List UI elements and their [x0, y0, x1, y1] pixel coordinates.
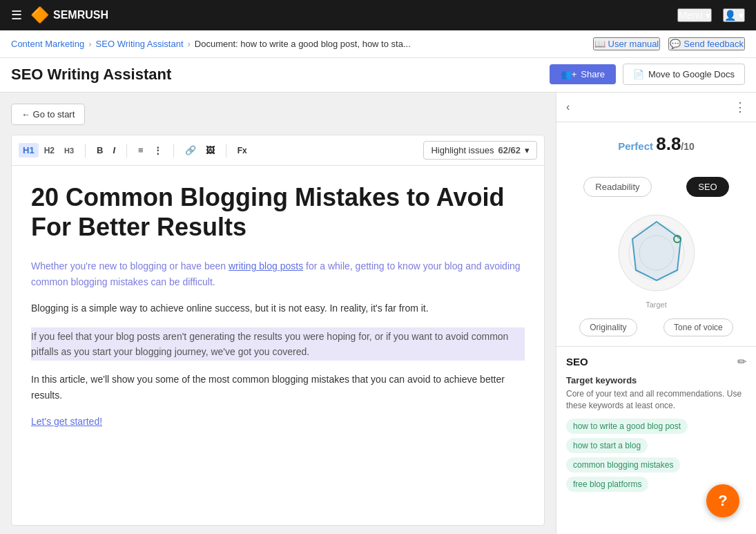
seo-section: SEO ✏ Target keywords Core of your text … [556, 346, 756, 500]
editor-content[interactable]: 20 Common Blogging Mistakes to Avoid For… [12, 166, 544, 457]
page-title-actions: 👥+ Share 📄 Move to Google Docs [550, 64, 745, 85]
breadcrumb-content-marketing[interactable]: Content Marketing [11, 39, 84, 49]
score-value: 8.8 [656, 133, 681, 154]
share-button[interactable]: 👥+ Share [550, 64, 616, 84]
insert-toolbar-group: 🔗 🖼 [181, 143, 219, 158]
target-label: Target [556, 301, 756, 309]
breadcrumb: Content Marketing › SEO Writing Assistan… [11, 39, 411, 49]
breadcrumb-sep-2: › [188, 39, 191, 49]
tab-readability[interactable]: Readability [583, 177, 651, 197]
sub-header: Content Marketing › SEO Writing Assistan… [0, 30, 756, 58]
radar-svg [612, 208, 701, 298]
edit-icon[interactable]: ✏ [737, 355, 746, 368]
hamburger-icon[interactable]: ☰ [11, 8, 22, 23]
image-button[interactable]: 🖼 [202, 143, 219, 158]
seo-section-header: SEO ✏ [566, 355, 746, 368]
bottom-tabs-row: Originality Tone of voice [556, 314, 756, 341]
google-docs-icon: 📄 [633, 69, 644, 79]
clear-format-icon: Fx [238, 146, 247, 155]
paragraph-3: If you feel that your blog posts aren't … [31, 327, 525, 361]
format-toolbar-group: B I [93, 143, 119, 158]
paragraph-1: Whether you're new to blogging or have b… [31, 258, 525, 289]
tab-tone-of-voice[interactable]: Tone of voice [663, 318, 733, 336]
target-keywords-desc: Core of your text and all recommendation… [566, 388, 746, 412]
paragraph-5: Let's get started! [31, 414, 525, 429]
feedback-icon: 💬 [670, 39, 681, 49]
dropdown-chevron-icon: ▾ [525, 145, 530, 155]
toolbar-separator-3 [173, 144, 174, 158]
keyword-tags: how to write a good blog post how to sta… [566, 419, 746, 492]
breadcrumb-sep-1: › [88, 39, 91, 49]
keyword-tag-2: common blogging mistakes [566, 457, 680, 473]
link-button[interactable]: 🔗 [181, 143, 200, 158]
toolbar-separator-4 [226, 144, 226, 158]
editor-toolbar: H1 H2 H3 B I ≡ ⋮ [12, 135, 544, 166]
move-to-google-docs-button[interactable]: 📄 Move to Google Docs [623, 64, 745, 85]
highlight-issues-dropdown[interactable]: Highlight issues 62/62 ▾ [423, 141, 537, 160]
unordered-list-button[interactable]: ⋮ [149, 143, 166, 158]
paragraph-4: In this article, we'll show you some of … [31, 372, 525, 403]
keyword-tag-1: how to start a blog [566, 438, 648, 453]
sub-header-actions: 📖 User manual 💬 Send feedback [593, 37, 745, 50]
semrush-logo: 🔶 SEMRUSH [30, 6, 108, 24]
ordered-list-button[interactable]: ≡ [134, 143, 148, 158]
help-button[interactable]: ? [706, 484, 739, 517]
breadcrumb-document: Document: how to write a good blog post,… [195, 39, 411, 49]
h3-button[interactable]: H3 [60, 144, 78, 157]
toolbar-separator-1 [85, 144, 86, 158]
collapse-panel-button[interactable]: ‹ [566, 101, 570, 113]
tab-seo[interactable]: SEO [686, 177, 728, 197]
go-to-start-button[interactable]: ← Go to start [11, 104, 85, 125]
seo-section-title: SEO [566, 356, 588, 368]
italic-button[interactable]: I [108, 143, 119, 158]
book-icon: 📖 [594, 39, 605, 49]
radar-chart-area [556, 202, 756, 301]
semrush-wordmark: SEMRUSH [53, 9, 108, 21]
right-panel: ‹ ⋮ Perfect 8.8/10 Readability SEO [556, 93, 756, 534]
editor-container: H1 H2 H3 B I ≡ ⋮ [11, 135, 545, 526]
h2-button[interactable]: H2 [40, 144, 59, 158]
score-prefix: Perfect [618, 140, 656, 152]
keyword-tag-3: free blog platforms [566, 477, 648, 492]
score-denom: /10 [681, 141, 694, 152]
share-icon: 👥+ [561, 69, 577, 79]
left-panel: ← Go to start H1 H2 H3 B I ≡ [0, 93, 556, 534]
lets-get-started-link[interactable]: Let's get started! [31, 416, 102, 427]
link-icon: 🔗 [185, 145, 196, 155]
page-title: SEO Writing Assistant [11, 66, 171, 84]
tab-originality[interactable]: Originality [579, 318, 637, 336]
clear-format-button[interactable]: Fx [233, 143, 251, 158]
menu-button[interactable]: Menu ▾ [677, 8, 712, 22]
unordered-list-icon: ⋮ [153, 145, 162, 155]
keyword-tag-0: how to write a good blog post [566, 419, 688, 434]
semrush-flame-icon: 🔶 [30, 6, 49, 24]
heading-toolbar-group: H1 H2 H3 [19, 143, 78, 158]
menu-chevron-icon: ▾ [706, 10, 710, 21]
toolbar-separator-2 [126, 144, 127, 158]
user-chevron-icon: ▾ [739, 10, 744, 21]
right-panel-header: ‹ ⋮ [556, 93, 756, 122]
top-nav: ☰ 🔶 SEMRUSH Menu ▾ 👤 ▾ [0, 0, 756, 30]
score-section: Perfect 8.8/10 [556, 122, 756, 171]
paragraph-2: Blogging is a simple way to achieve onli… [31, 301, 525, 316]
target-keywords-label: Target keywords [566, 375, 746, 385]
h1-button[interactable]: H1 [19, 143, 39, 158]
panel-menu-button[interactable]: ⋮ [734, 99, 746, 115]
ordered-list-icon: ≡ [138, 145, 144, 155]
send-feedback-button[interactable]: 💬 Send feedback [668, 37, 745, 50]
score-tabs-row: Readability SEO [556, 171, 756, 202]
article-title: 20 Common Blogging Mistakes to Avoid For… [31, 182, 525, 242]
main-area: ← Go to start H1 H2 H3 B I ≡ [0, 93, 756, 534]
bold-button[interactable]: B [93, 143, 107, 158]
breadcrumb-swa[interactable]: SEO Writing Assistant [96, 39, 184, 49]
writing-blog-posts-link[interactable]: writing blog posts [229, 260, 303, 271]
user-icon: 👤 [724, 10, 736, 21]
radar-chart [612, 208, 701, 298]
user-manual-button[interactable]: 📖 User manual [593, 37, 661, 50]
page-title-row: SEO Writing Assistant 👥+ Share 📄 Move to… [0, 58, 756, 93]
list-toolbar-group: ≡ ⋮ [134, 143, 166, 158]
image-icon: 🖼 [206, 145, 215, 155]
user-button[interactable]: 👤 ▾ [723, 8, 745, 22]
score-display: Perfect 8.8/10 [566, 133, 746, 155]
